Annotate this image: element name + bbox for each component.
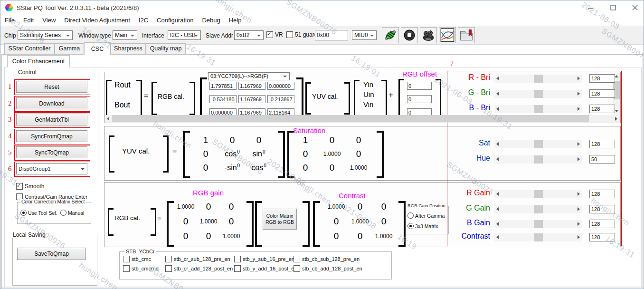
radio-manual[interactable]: Manual	[60, 210, 84, 216]
tab-sstar-controller[interactable]: SStar Controller	[4, 43, 55, 54]
menu-item-file[interactable]: File	[0, 15, 19, 24]
stb_y_add_16_post_en-checkbox[interactable]: stb_y_add_16_post_en	[234, 265, 297, 272]
slider-right-arrow[interactable]	[575, 75, 582, 83]
slider-thumb[interactable]	[534, 90, 543, 98]
radio-after-gamma[interactable]: After Gamma	[407, 212, 445, 219]
checkbox-box[interactable]	[123, 256, 130, 262]
slider-left-arrow[interactable]	[494, 140, 501, 148]
sat-slider[interactable]	[494, 140, 582, 148]
stb_cb_add_128_post_en-checkbox[interactable]: stb_cb_add_128_post_en	[294, 265, 362, 272]
slider-left-arrow[interactable]	[494, 190, 501, 198]
matrix-cell-input[interactable]	[209, 95, 237, 103]
slider-thumb[interactable]	[534, 140, 543, 148]
scroll-left-arrow[interactable]	[104, 115, 112, 122]
slider-left-arrow[interactable]	[494, 155, 501, 164]
checkbox-box[interactable]	[294, 256, 300, 262]
menu-item-view[interactable]: View	[38, 15, 60, 24]
slider-right-arrow[interactable]	[575, 140, 582, 148]
slider-left-arrow[interactable]	[494, 233, 501, 241]
slider-thumb[interactable]	[534, 105, 543, 113]
maximize-button[interactable]	[603, 0, 624, 15]
registers-button[interactable]: REG	[420, 27, 437, 43]
hue-slider[interactable]	[494, 155, 582, 164]
miu-select[interactable]: MIU0	[352, 30, 377, 40]
slider-left-arrow[interactable]	[494, 220, 501, 228]
menu-item-direct-video-adjustment[interactable]: Direct Video Adjustment	[60, 15, 134, 24]
slider-thumb[interactable]	[534, 220, 543, 228]
slider-right-arrow[interactable]	[575, 90, 582, 98]
matrix-cell-input[interactable]	[238, 95, 265, 103]
tab-color-enhancement[interactable]: Color Enhancement	[7, 55, 70, 67]
checkbox-box[interactable]	[165, 256, 172, 262]
b-gain-value-input[interactable]	[589, 220, 615, 228]
genmatrixtbl-button[interactable]: GenMatrixTbl	[16, 114, 87, 125]
window-type-select[interactable]: Main	[113, 30, 137, 40]
scrollbar-thumb[interactable]	[112, 115, 589, 122]
tab-quality-map[interactable]: Quality map	[146, 43, 186, 54]
checkbox-box[interactable]	[123, 265, 130, 272]
slider-thumb[interactable]	[534, 75, 543, 83]
sat-value-input[interactable]	[589, 140, 615, 148]
tab-gamma[interactable]: Gamma	[55, 43, 84, 54]
g-bri-value-input[interactable]	[589, 89, 615, 98]
slider-right-arrow[interactable]	[575, 233, 582, 241]
save-to-qmap-button[interactable]: SaveToQmap	[17, 248, 86, 260]
matrix-cell-input[interactable]	[407, 95, 432, 103]
g-bri-slider[interactable]	[494, 90, 582, 98]
tab-csc[interactable]: CSC	[84, 42, 111, 55]
matrix-cell-input[interactable]	[267, 82, 294, 90]
stb_y_sub_16_pre_en-checkbox[interactable]: stb_y_sub_16_pre_en	[234, 256, 294, 262]
checkbox-box[interactable]	[165, 265, 172, 272]
matrix-cell-input[interactable]	[407, 82, 432, 90]
checkbox-box[interactable]	[234, 256, 241, 262]
contrast-value-input[interactable]	[589, 233, 615, 241]
reset-button[interactable]: Reset	[16, 81, 87, 93]
slider-right-arrow[interactable]	[575, 155, 582, 164]
minimize-button[interactable]	[580, 0, 601, 15]
matrix-cell-input[interactable]	[267, 95, 294, 103]
slider-thumb[interactable]	[534, 233, 543, 241]
hex-input[interactable]	[315, 30, 348, 40]
radio-dot[interactable]	[20, 210, 27, 216]
color-matrix-rgb-to-rgb-button[interactable]: Color Matrix RGB to RGB	[263, 209, 297, 230]
slider-thumb[interactable]	[534, 190, 543, 198]
menu-item-i2c[interactable]: I2C	[134, 15, 152, 24]
r-gain-slider[interactable]	[494, 190, 582, 198]
b-bri-value-input[interactable]	[589, 105, 615, 113]
b-bri-slider[interactable]	[494, 105, 582, 113]
vr-checkbox[interactable]: VR	[266, 31, 283, 38]
stb_cmc-checkbox[interactable]: stb_cmc	[123, 256, 151, 262]
open-folder-button[interactable]	[458, 27, 475, 43]
horizontal-scrollbar[interactable]	[104, 115, 620, 122]
guard-checkbox[interactable]: 51 guard	[286, 31, 317, 38]
menu-item-help[interactable]: Help	[225, 15, 246, 24]
menu-item-configuration[interactable]: Configuration	[152, 15, 198, 24]
syncfromqmap-button[interactable]: SyncFromQmap	[16, 130, 87, 142]
slider-right-arrow[interactable]	[575, 105, 582, 113]
stb_cb_sub_128_pre_en-checkbox[interactable]: stb_cb_sub_128_pre_en	[294, 256, 360, 262]
r-gain-value-input[interactable]	[589, 190, 615, 198]
g-gain-value-input[interactable]	[589, 205, 615, 213]
b-gain-slider[interactable]	[494, 220, 582, 228]
matrix-cell-input[interactable]	[209, 82, 237, 90]
stb_cr_add_128_post_en-checkbox[interactable]: stb_cr_add_128_post_en	[165, 265, 233, 272]
slave-addr-select[interactable]: 0xB2	[234, 30, 264, 40]
slider-right-arrow[interactable]	[575, 220, 582, 228]
interface-select[interactable]: I2C - USB	[168, 30, 201, 40]
slider-right-arrow[interactable]	[575, 205, 582, 213]
slider-left-arrow[interactable]	[494, 75, 501, 83]
synctoqmap-button[interactable]: SyncToQmap	[16, 146, 87, 158]
hue-value-input[interactable]	[589, 155, 615, 164]
stb_cr_sub_128_pre_en-checkbox[interactable]: stb_cr_sub_128_pre_en	[165, 256, 230, 262]
close-button[interactable]	[625, 0, 644, 15]
csc-preset-select[interactable]: 03:YCC709(L)-->RGB(F)	[208, 72, 290, 80]
checkbox-box[interactable]	[16, 183, 23, 190]
radio-dot[interactable]	[60, 210, 66, 216]
slider-thumb[interactable]	[534, 155, 543, 164]
radio-use-tool-sel[interactable]: Use Tool Sel.	[20, 210, 57, 216]
slider-left-arrow[interactable]	[494, 105, 501, 113]
g-gain-slider[interactable]	[494, 205, 582, 213]
menu-item-edit[interactable]: Edit	[19, 15, 38, 24]
smooth-checkbox[interactable]: Smooth	[16, 183, 44, 190]
disp-group-select[interactable]: Disp0Group1	[16, 163, 87, 174]
